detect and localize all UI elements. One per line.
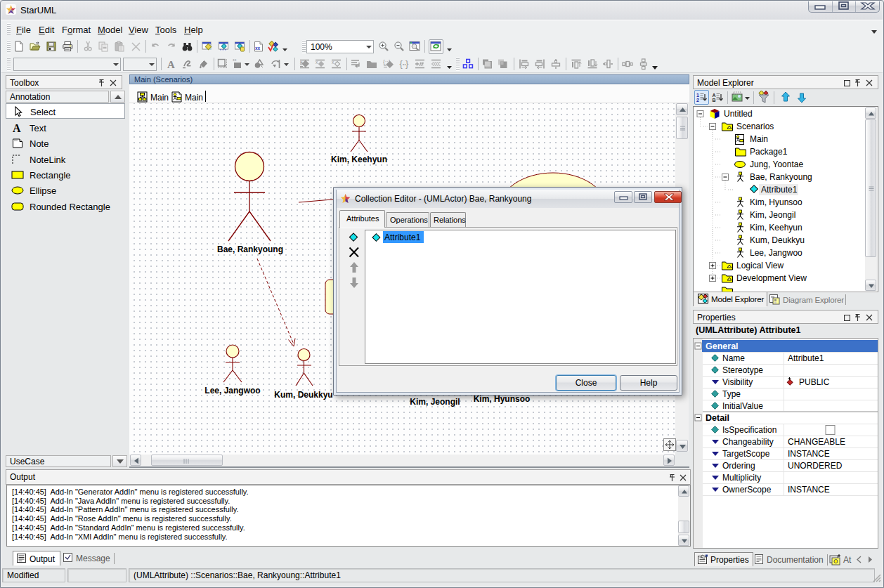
svg-text:}: } [405, 58, 409, 69]
svg-text:Lee, Jangwoo: Lee, Jangwoo [204, 386, 260, 396]
svg-text:INSTANCE: INSTANCE [788, 449, 830, 459]
svg-text:Kim, Hyunsoo: Kim, Hyunsoo [474, 394, 531, 404]
svg-text:CHANGEABLE: CHANGEABLE [788, 437, 845, 447]
svg-text:2: 2 [696, 98, 699, 103]
svg-text:Attribute1: Attribute1 [788, 353, 824, 363]
svg-text:**: ** [233, 58, 237, 63]
svg-text:Kim, Jeongil: Kim, Jeongil [750, 210, 795, 220]
svg-text:Main: Main [750, 134, 768, 144]
svg-text:Attribute1: Attribute1 [761, 185, 798, 195]
svg-text:Development View: Development View [736, 273, 807, 283]
svg-text:Detail: Detail [706, 413, 729, 423]
svg-text:Kum, Deukkyu: Kum, Deukkyu [750, 235, 805, 245]
svg-text:Jung, Yoontae: Jung, Yoontae [750, 159, 803, 169]
svg-text:Kim, Keehyun: Kim, Keehyun [750, 223, 802, 233]
svg-text:OwnerScope: OwnerScope [722, 485, 772, 495]
svg-text:A: A [713, 93, 716, 98]
svg-text:PUBLIC: PUBLIC [799, 377, 830, 387]
svg-text:Changeability: Changeability [722, 437, 774, 447]
svg-text:Kim, Hyunsoo: Kim, Hyunsoo [750, 197, 802, 207]
svg-text:1: 1 [696, 93, 699, 98]
svg-text:Ordering: Ordering [722, 461, 755, 471]
svg-text:TargetScope: TargetScope [722, 449, 770, 459]
svg-text:General: General [706, 341, 739, 351]
svg-text:UNORDERED: UNORDERED [788, 461, 843, 471]
svg-text:InitialValue: InitialValue [722, 401, 763, 411]
svg-text:B: B [713, 98, 716, 103]
svg-text:Scenarios: Scenarios [736, 122, 774, 131]
svg-text:{: { [400, 58, 403, 69]
svg-text:Package1: Package1 [750, 147, 788, 157]
svg-text:Visibility: Visibility [722, 377, 753, 387]
svg-text:Kim, Jeongil: Kim, Jeongil [410, 397, 460, 407]
svg-text:Bae, Rankyoung: Bae, Rankyoung [217, 244, 283, 254]
svg-text:Lee, Jangwoo: Lee, Jangwoo [750, 248, 802, 258]
svg-text:Multiplicity: Multiplicity [722, 473, 761, 483]
svg-text:Kim, Keehyun: Kim, Keehyun [331, 155, 387, 164]
svg-text:Bae, Rankyoung: Bae, Rankyoung [750, 172, 812, 182]
svg-text:A: A [167, 59, 175, 70]
svg-text:Kum, Deukkyu: Kum, Deukkyu [274, 390, 332, 400]
svg-text:IsSpecification: IsSpecification [722, 425, 776, 435]
svg-text:INSTANCE: INSTANCE [788, 485, 830, 495]
svg-text:Untitled: Untitled [724, 109, 753, 119]
svg-text:A: A [13, 122, 21, 133]
svg-text:Stereotype: Stereotype [722, 365, 763, 375]
svg-text:Name: Name [722, 353, 745, 363]
svg-text:Type: Type [722, 389, 741, 399]
svg-text:Logical View: Logical View [736, 261, 784, 270]
svg-text:xx: xx [255, 46, 261, 51]
